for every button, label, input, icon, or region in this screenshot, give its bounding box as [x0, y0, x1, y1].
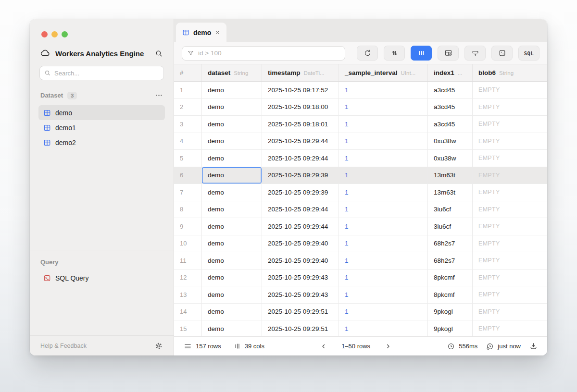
dataset-cell[interactable]: demo — [202, 99, 262, 116]
dataset-cell[interactable]: demo — [202, 320, 262, 336]
help-feedback-link[interactable]: Help & Feedback — [40, 343, 151, 349]
blob6-cell[interactable]: EMPTY — [473, 201, 547, 218]
sample-interval-cell[interactable]: 1 — [339, 167, 428, 184]
dataset-cell[interactable]: demo — [202, 286, 262, 303]
sample-interval-cell[interactable]: 1 — [339, 201, 428, 218]
index1-cell[interactable]: a3cd45 — [428, 116, 473, 133]
blob6-cell[interactable]: EMPTY — [473, 218, 547, 235]
dataset-cell[interactable]: demo — [202, 270, 262, 286]
table-row[interactable]: 13demo2025-10-25 09:29:4318pkcmfEMPTY — [174, 286, 547, 304]
row-number-cell[interactable]: 4 — [174, 133, 202, 150]
row-number-cell[interactable]: 6 — [174, 167, 202, 184]
table-row[interactable]: 5demo2025-10-25 09:29:4410xu38wEMPTY — [174, 150, 547, 167]
chevron-right-icon[interactable] — [385, 343, 391, 350]
index1-cell[interactable]: 3iu6cf — [428, 218, 473, 235]
filter-field[interactable] — [182, 46, 345, 61]
table-row[interactable]: 7demo2025-10-25 09:29:39113m63tEMPTY — [174, 184, 547, 201]
timestamp-cell[interactable]: 2025-10-25 09:29:43 — [262, 270, 339, 286]
index1-cell[interactable]: 9pkogl — [428, 320, 473, 336]
sample-interval-cell[interactable]: 1 — [339, 133, 428, 150]
blob6-cell[interactable]: EMPTY — [473, 235, 547, 252]
table-row[interactable]: 9demo2025-10-25 09:29:4413iu6cfEMPTY — [174, 218, 547, 235]
sql-button[interactable]: SQL — [518, 46, 539, 61]
column-header-rownum[interactable]: # — [174, 64, 202, 81]
dataset-cell[interactable]: demo — [202, 116, 262, 133]
blob6-cell[interactable]: EMPTY — [473, 320, 547, 336]
table-row[interactable]: 15demo2025-10-25 09:29:5119pkoglEMPTY — [174, 320, 547, 336]
close-tab-icon[interactable] — [215, 30, 220, 35]
table-row[interactable]: 1demo2025-10-25 09:17:521a3cd45EMPTY — [174, 82, 547, 99]
sidebar-item-demo1[interactable]: demo1 — [38, 120, 165, 135]
row-number-cell[interactable]: 14 — [174, 304, 202, 320]
timestamp-cell[interactable]: 2025-10-25 09:18:00 — [262, 99, 339, 116]
timestamp-cell[interactable]: 2025-10-25 09:29:51 — [262, 304, 339, 320]
index1-cell[interactable]: 9pkogl — [428, 304, 473, 320]
download-icon[interactable] — [529, 342, 538, 350]
dataset-cell[interactable]: demo — [202, 235, 262, 252]
sidebar-item-sql-query[interactable]: SQL Query — [38, 270, 165, 285]
index1-cell[interactable]: a3cd45 — [428, 82, 473, 98]
column-header-timestamp[interactable]: timestamp DateTi... — [262, 64, 339, 81]
index1-cell[interactable]: 8pkcmf — [428, 286, 473, 303]
timestamp-cell[interactable]: 2025-10-25 09:29:44 — [262, 201, 339, 218]
row-number-cell[interactable]: 10 — [174, 235, 202, 252]
row-number-cell[interactable]: 2 — [174, 99, 202, 116]
random-cell-button[interactable] — [491, 46, 513, 61]
dataset-cell[interactable]: demo — [202, 218, 262, 235]
table-settings-button[interactable] — [438, 46, 459, 61]
timestamp-cell[interactable]: 2025-10-25 09:18:01 — [262, 116, 339, 133]
column-header-index1[interactable]: index1 ... — [428, 64, 473, 81]
timestamp-cell[interactable]: 2025-10-25 09:29:43 — [262, 286, 339, 303]
table-row[interactable]: 14demo2025-10-25 09:29:5119pkoglEMPTY — [174, 304, 547, 321]
dataset-cell[interactable]: demo — [202, 82, 262, 98]
table-row[interactable]: 4demo2025-10-25 09:29:4410xu38wEMPTY — [174, 133, 547, 150]
table-row[interactable]: 12demo2025-10-25 09:29:4318pkcmfEMPTY — [174, 270, 547, 287]
column-header-blob6[interactable]: blob6 String — [473, 64, 547, 81]
row-number-cell[interactable]: 5 — [174, 150, 202, 167]
dataset-cell[interactable]: demo — [202, 133, 262, 150]
blob6-cell[interactable]: EMPTY — [473, 99, 547, 116]
blob6-cell[interactable]: EMPTY — [473, 116, 547, 133]
table-row[interactable]: 10demo2025-10-25 09:29:40168h2s7EMPTY — [174, 235, 547, 253]
index1-cell[interactable]: 0xu38w — [428, 150, 473, 167]
sample-interval-cell[interactable]: 1 — [339, 235, 428, 252]
index1-cell[interactable]: 13m63t — [428, 167, 473, 184]
sample-interval-cell[interactable]: 1 — [339, 184, 428, 201]
timestamp-cell[interactable]: 2025-10-25 09:29:40 — [262, 252, 339, 269]
row-number-cell[interactable]: 9 — [174, 218, 202, 235]
add-row-button[interactable] — [464, 46, 486, 61]
sample-interval-cell[interactable]: 1 — [339, 320, 428, 336]
row-number-cell[interactable]: 11 — [174, 252, 202, 269]
blob6-cell[interactable]: EMPTY — [473, 270, 547, 286]
zoom-window-button[interactable] — [62, 31, 68, 37]
search-icon[interactable] — [155, 49, 163, 58]
row-number-cell[interactable]: 15 — [174, 320, 202, 336]
sidebar-item-demo[interactable]: demo — [38, 105, 165, 120]
row-number-cell[interactable]: 8 — [174, 201, 202, 218]
timestamp-cell[interactable]: 2025-10-25 09:29:51 — [262, 320, 339, 336]
table-row[interactable]: 2demo2025-10-25 09:18:001a3cd45EMPTY — [174, 99, 547, 116]
minimize-window-button[interactable] — [51, 31, 58, 37]
blob6-cell[interactable]: EMPTY — [473, 82, 547, 98]
dataset-cell[interactable]: demo — [202, 252, 262, 269]
search-input[interactable] — [54, 70, 159, 77]
gear-icon[interactable] — [154, 342, 163, 350]
index1-cell[interactable]: 13m63t — [428, 184, 473, 201]
row-number-cell[interactable]: 3 — [174, 116, 202, 133]
index1-cell[interactable]: a3cd45 — [428, 99, 473, 116]
filter-input[interactable] — [198, 49, 340, 57]
row-number-cell[interactable]: 12 — [174, 270, 202, 286]
timestamp-cell[interactable]: 2025-10-25 09:29:44 — [262, 218, 339, 235]
sample-interval-cell[interactable]: 1 — [339, 116, 428, 133]
sample-interval-cell[interactable]: 1 — [339, 218, 428, 235]
index1-cell[interactable]: 3iu6cf — [428, 201, 473, 218]
table-row[interactable]: 8demo2025-10-25 09:29:4413iu6cfEMPTY — [174, 201, 547, 219]
blob6-cell[interactable]: EMPTY — [473, 304, 547, 320]
sidebar-item-demo2[interactable]: demo2 — [38, 135, 165, 150]
close-window-button[interactable] — [41, 31, 48, 37]
blob6-cell[interactable]: EMPTY — [473, 167, 547, 184]
dataset-cell[interactable]: demo — [202, 150, 262, 167]
column-header-sample-interval[interactable]: _sample_interval UInt... — [339, 64, 428, 81]
sidebar-search-field[interactable] — [39, 66, 164, 80]
table-row[interactable]: 3demo2025-10-25 09:18:011a3cd45EMPTY — [174, 116, 547, 133]
